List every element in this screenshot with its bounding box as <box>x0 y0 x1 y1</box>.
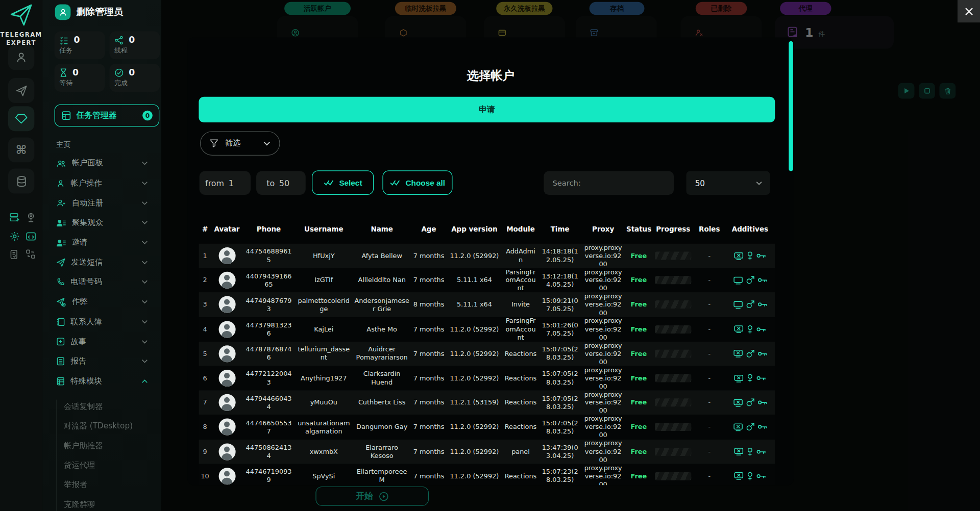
search-input[interactable] <box>551 178 666 188</box>
sidebar-item[interactable]: 特殊模块 <box>42 371 161 391</box>
avatar <box>218 345 235 362</box>
doc-icon <box>56 356 65 366</box>
cell-name: Ellartemporeee M <box>353 464 411 485</box>
sidebar-subitem[interactable]: 会话复制器 <box>42 397 161 417</box>
table-row[interactable]: 10447467190939SpVySiEllartemporeee M7 mo… <box>199 464 775 485</box>
male-icon <box>745 422 754 431</box>
monitor-x-icon <box>734 325 744 334</box>
rail-database-button[interactable] <box>8 169 34 194</box>
select-button[interactable]: Select <box>312 170 374 195</box>
sidebar-subitem[interactable]: 举报者 <box>42 475 161 495</box>
cell-status: Free <box>625 366 652 390</box>
rail-command-button[interactable]: ⌘ <box>8 137 34 162</box>
server-check-icon[interactable] <box>8 211 21 223</box>
progress-bar <box>655 472 691 480</box>
gear-icon[interactable] <box>8 230 21 242</box>
table-row[interactable]: 7447944660434yMuuOuCuthbertx Liss7 month… <box>199 390 775 415</box>
from-input[interactable] <box>229 178 245 188</box>
table-row[interactable]: 9447508624134xwxmbXElararraro Kesoso7 mo… <box>199 439 775 464</box>
cell-additives <box>725 341 775 366</box>
to-input[interactable] <box>279 178 296 188</box>
cell-roles: - <box>694 366 725 390</box>
cell-age: 7 months <box>411 366 447 390</box>
funnel-icon <box>209 139 218 148</box>
table-row[interactable]: 1447546889615HfUxjYAfyta Bellew7 months1… <box>199 244 775 268</box>
sidebar-item[interactable]: 联系人簿 <box>42 312 161 332</box>
cell-module: Reactions <box>502 464 538 485</box>
cell-index: 1 <box>199 244 211 268</box>
doc-check-icon[interactable] <box>8 248 21 260</box>
table-row[interactable]: 24407943916665IzGTIfAlllelddlto Nan7 mon… <box>199 268 775 293</box>
sidebar-subitem[interactable]: 对流器 (TDesktop) <box>42 417 161 436</box>
sidebar-subitem[interactable]: 帐户助推器 <box>42 436 161 455</box>
sidebar-subitem-label: 会话复制器 <box>64 402 103 413</box>
from-label: from <box>205 178 224 188</box>
rail-accounts-button[interactable] <box>8 45 34 70</box>
cell-status: Free <box>625 293 652 317</box>
key-icon <box>757 350 767 357</box>
sidebar-item[interactable]: 发送短信 <box>42 252 161 272</box>
sidebar-item-label: 聚集观众 <box>72 218 103 228</box>
cell-age: 7 months <box>411 415 447 439</box>
sidebar-item[interactable]: 自动注册 <box>42 193 161 213</box>
progress-bar <box>655 374 691 382</box>
task-manager-box[interactable]: 任务管理器 0 <box>55 104 160 126</box>
table-row[interactable]: 6447721220043Anything1927Clarksardin Hue… <box>199 366 775 390</box>
admin-person-icon <box>55 5 71 20</box>
cell-username: tellurium_dassent <box>295 341 353 366</box>
task-manager-label: 任务管理器 <box>76 110 117 121</box>
sidebar-item[interactable]: 帐户面板 <box>42 154 161 173</box>
cell-roles: - <box>694 268 725 293</box>
sidebar-item[interactable]: 故事 <box>42 331 161 351</box>
table-row[interactable]: 4447379813236KajLeiAsthe Mo7 months11.2.… <box>199 317 775 342</box>
rail-premium-button[interactable] <box>8 106 34 131</box>
rail-sender-button[interactable] <box>8 78 34 103</box>
monitor-x-icon <box>733 423 743 431</box>
task-manager-badge: 0 <box>142 111 153 121</box>
table-row[interactable]: 8447466505537unsaturationamalgamationDan… <box>199 415 775 439</box>
cell-progress <box>652 317 694 342</box>
sidebar-item[interactable]: 邀请 <box>42 233 161 252</box>
swap-icon[interactable] <box>24 248 38 260</box>
cell-name: Alllelddlto Nan <box>353 268 411 293</box>
cell-age: 7 months <box>411 390 447 415</box>
apply-button[interactable]: 申请 <box>199 97 775 122</box>
to-field[interactable]: to <box>256 171 306 195</box>
chevron-down-icon <box>141 181 148 186</box>
table-row[interactable]: 3447494876793palmettocoleridgeAndersonja… <box>199 293 775 317</box>
filter-dropdown[interactable]: 筛选 <box>200 131 280 156</box>
cell-phone: 447379813236 <box>242 317 295 342</box>
cell-avatar <box>211 415 242 439</box>
cell-additives <box>725 317 775 342</box>
plane-icon <box>56 258 65 267</box>
table-row[interactable]: 5447878768746tellurium_dassentAuidrcer P… <box>199 341 775 366</box>
chevron-down-icon <box>263 141 271 146</box>
sidebar-item[interactable]: 电话号码 <box>42 272 161 292</box>
camera-person-icon[interactable] <box>24 211 38 223</box>
cell-name: Dangumon Gay <box>353 415 411 439</box>
cell-module: Reactions <box>502 341 538 366</box>
modal-scrollbar[interactable] <box>789 41 793 171</box>
sidebar-item-label: 电话号码 <box>70 277 102 288</box>
female-icon <box>746 447 754 456</box>
sidebar-subitem[interactable]: 货运代理 <box>42 456 161 475</box>
sidebar-item[interactable]: 帐户操作 <box>42 173 161 193</box>
sidebar-subitem[interactable]: 克隆群聊 <box>42 495 161 511</box>
sidebar-item[interactable]: 作弊 <box>42 292 161 312</box>
sidebar-item[interactable]: 报告 <box>42 351 161 371</box>
monitor-x-icon <box>734 374 744 382</box>
code-window-icon[interactable] <box>24 230 38 242</box>
close-button[interactable] <box>958 0 980 22</box>
female-icon <box>746 373 754 382</box>
cell-avatar <box>211 390 242 415</box>
from-field[interactable]: from <box>200 171 251 195</box>
cell-additives <box>725 244 775 268</box>
cell-app-version: 11.2.0 (52992) <box>446 366 502 390</box>
cell-avatar <box>211 341 242 366</box>
cell-additives <box>725 390 775 415</box>
cell-username: palmettocoleridge <box>295 293 353 317</box>
per-page-select[interactable]: 50 <box>686 171 770 195</box>
choose-all-button[interactable]: Choose all <box>382 170 452 195</box>
sidebar-item[interactable]: 聚集观众 <box>42 213 161 233</box>
chevron-down-icon <box>755 181 762 185</box>
